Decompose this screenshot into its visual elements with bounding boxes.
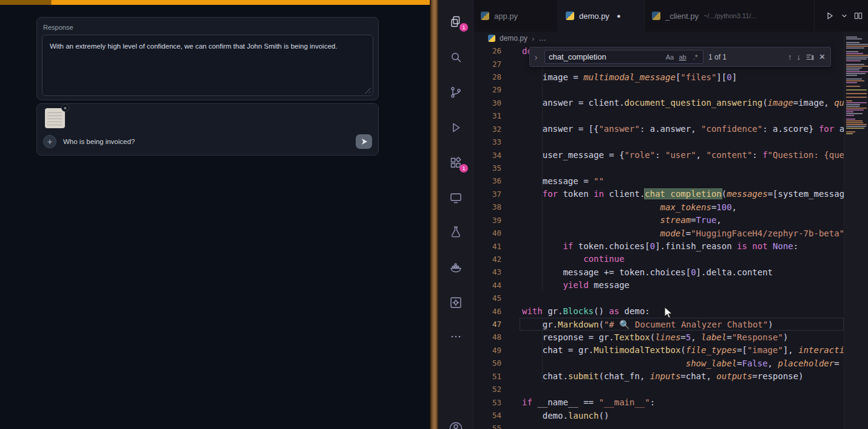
add-file-button[interactable]: + <box>43 135 56 148</box>
code-line-31: 31 <box>473 109 844 122</box>
code-line-42: 42 continue <box>473 253 844 266</box>
breadcrumb-symbol[interactable]: … <box>538 34 546 43</box>
minimap-line <box>846 86 860 87</box>
minimap-line <box>846 93 867 94</box>
send-icon <box>360 137 368 146</box>
tab-label: _client.py <box>665 12 699 21</box>
minimap-line <box>846 64 864 65</box>
code-line-36: 36 message = "" <box>473 174 844 187</box>
code-line-47: 47 gr.Markdown("# 🔍 Document Analyzer Ch… <box>473 318 844 331</box>
code-line-34: 34 user_message = {"role": "user", "cont… <box>473 148 844 161</box>
line-number: 51 <box>473 372 501 381</box>
minimap-line <box>846 111 853 112</box>
activity-item-tools[interactable] <box>438 290 473 317</box>
response-textarea[interactable]: With an extremely high level of confiden… <box>42 35 373 96</box>
code-line-41: 41 if token.choices[0].finish_reason is … <box>473 239 844 252</box>
minimap-line <box>846 75 857 76</box>
line-number: 48 <box>473 332 501 341</box>
minimap-line <box>846 44 868 45</box>
activity-item-testing[interactable] <box>438 220 473 247</box>
chat-input[interactable]: Who is being invoiced? <box>63 138 349 145</box>
activity-item-more[interactable] <box>438 324 473 351</box>
close-find-button[interactable]: ✕ <box>819 52 826 61</box>
activity-item-search[interactable] <box>438 45 473 72</box>
activity-item-docker[interactable] <box>438 255 473 282</box>
code-line-45: 45 <box>473 292 844 304</box>
minimap-line <box>846 58 867 60</box>
split-editor-button[interactable] <box>853 11 863 21</box>
match-case-button[interactable]: Aa <box>665 53 675 61</box>
activity-item-remote-explorer[interactable] <box>438 186 473 213</box>
minimap-line <box>846 97 867 98</box>
tab-description: ~/.../python3.11/... <box>704 12 757 19</box>
line-number: 27 <box>473 60 501 69</box>
remove-attachment-button[interactable]: × <box>61 104 69 112</box>
code-line-55: 55 <box>473 422 844 429</box>
minimap-line <box>846 71 868 72</box>
minimap-line <box>846 131 855 132</box>
line-number: 45 <box>473 293 501 303</box>
run-button[interactable] <box>824 10 835 21</box>
minimap-line <box>846 115 854 116</box>
minimap-line <box>846 38 862 39</box>
minimap-line <box>846 113 863 114</box>
minimap-line <box>846 120 863 122</box>
send-button[interactable] <box>356 134 372 149</box>
activity-item-run-debug[interactable] <box>438 115 473 142</box>
line-number: 46 <box>473 307 501 316</box>
next-match-button[interactable]: ↓ <box>797 52 801 61</box>
minimap-line <box>846 126 866 127</box>
minimap-line <box>846 80 864 81</box>
activity-bar: 11 <box>438 0 473 429</box>
tab-demo.py[interactable]: demo.py● <box>558 0 645 32</box>
minimap-line <box>846 89 867 91</box>
code-line-48: 48 response = gr.Textbox(lines=5, label=… <box>473 331 844 343</box>
testing-icon <box>449 225 463 239</box>
attachment-thumbnail[interactable] <box>45 108 65 128</box>
breadcrumb[interactable]: demo.py › … <box>488 32 546 45</box>
minimap[interactable] <box>844 32 868 429</box>
python-file-icon <box>481 12 489 20</box>
previous-match-button[interactable]: ↑ <box>788 52 792 61</box>
activity-item-account[interactable] <box>438 416 473 429</box>
response-label: Response <box>43 24 373 31</box>
regex-button[interactable]: .* <box>690 53 700 61</box>
toggle-replace-button[interactable]: › <box>532 52 540 62</box>
mouse-cursor <box>663 306 676 320</box>
modified-dot-icon[interactable]: ● <box>617 12 621 19</box>
resize-handle-icon[interactable] <box>365 88 371 94</box>
breadcrumb-file[interactable]: demo.py <box>500 34 527 43</box>
line-number: 29 <box>473 85 501 94</box>
minimap-line <box>846 102 867 103</box>
activity-item-extensions[interactable]: 1 <box>438 151 473 177</box>
line-number: 32 <box>473 125 501 134</box>
minimap-line <box>846 69 860 70</box>
code-line-39: 39 stream=True, <box>473 213 844 226</box>
response-text: With an extremely high level of confiden… <box>50 43 337 50</box>
minimap-line <box>846 124 867 125</box>
activity-item-source-control[interactable] <box>438 80 473 107</box>
line-number: 33 <box>473 137 501 146</box>
code-line-30: 30 answer = client.document_question_ans… <box>473 97 844 109</box>
code-line-51: 51 chat.submit(chat_fn, inputs=chat, out… <box>473 370 844 383</box>
code-editor[interactable]: 26def chat_fn(multimodal_message):2728 i… <box>473 44 844 429</box>
minimap-line <box>846 55 868 56</box>
whole-word-button[interactable]: ab <box>677 53 688 61</box>
tab-_client.py[interactable]: _client.py~/.../python3.11/... <box>645 0 815 32</box>
find-in-selection-button[interactable] <box>805 53 814 61</box>
python-file-icon <box>488 35 495 42</box>
find-input[interactable] <box>549 52 662 61</box>
code-line-50: 50 show_label=False, placeholder= <box>473 357 844 369</box>
minimap-line <box>846 122 863 123</box>
multimodal-input-block: × + Who is being invoiced? <box>36 103 379 156</box>
activity-item-explorer[interactable]: 1 <box>438 10 473 36</box>
more-icon <box>449 329 463 344</box>
code-line-33: 33 <box>473 136 844 148</box>
run-dropdown-chevron-icon[interactable] <box>841 13 847 19</box>
pane-divider[interactable] <box>430 0 438 429</box>
minimap-line <box>846 67 862 69</box>
code-line-49: 49 chat = gr.MultimodalTextbox(file_type… <box>473 344 844 357</box>
tab-app.py[interactable]: app.py <box>473 0 558 32</box>
line-number: 30 <box>473 98 501 108</box>
minimap-line <box>846 46 868 47</box>
